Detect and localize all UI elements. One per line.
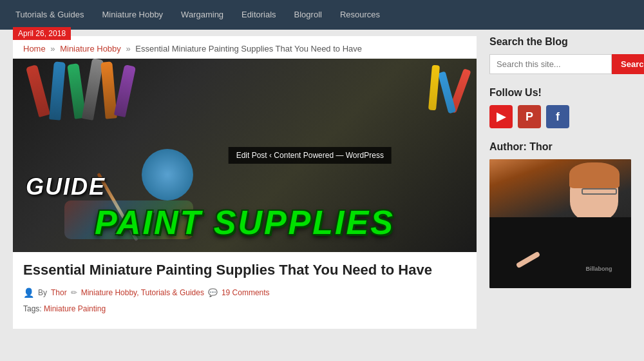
date-badge: April 26, 2018 [13,27,71,40]
breadcrumb-current: Essential Miniature Painting Supplies Th… [135,44,362,54]
search-section: Search the Blog Search [489,36,631,74]
social-icons: ▶ P f [489,105,631,128]
categories-link[interactable]: Miniature Hobby, Tutorials & Guides [81,288,204,297]
youtube-icon[interactable]: ▶ [489,105,513,128]
tag-miniature-painting[interactable]: Miniature Painting [44,304,106,313]
article-title: Essential Miniature Painting Supplies Th… [13,252,477,284]
search-heading: Search the Blog [489,36,631,48]
nav-miniature-hobby[interactable]: Miniature Hobby [93,0,172,30]
nav-editorials[interactable]: Editorials [232,0,285,30]
breadcrumb: Home » Miniature Hobby » Essential Minia… [13,36,477,59]
author-heading: Author: Thor [489,141,631,153]
tags-label: Tags: [23,304,42,313]
author-link[interactable]: Thor [51,288,67,297]
follow-us-section: Follow Us! ▶ P f [489,87,631,128]
nav-blogroll[interactable]: Blogroll [285,0,331,30]
guide-label: GUIDE [26,173,106,200]
breadcrumb-category[interactable]: Miniature Hobby [60,44,121,54]
paint-supplies-label: PAINT SUPPLIES [19,206,470,239]
article-tags: Tags: Miniature Painting [13,302,477,316]
nav-wargaming[interactable]: Wargaming [172,0,232,30]
nav-resources[interactable]: Resources [331,0,389,30]
edit-post-tooltip: Edit Post ‹ Content Powered — WordPress [229,147,392,164]
author-icon: 👤 [23,288,34,298]
by-label: By [38,288,47,297]
main-nav: Tutorials & Guides Miniature Hobby Warga… [0,0,644,30]
breadcrumb-sep1: » [50,44,55,54]
search-box: Search [489,54,631,74]
search-input[interactable] [489,54,612,74]
pen-icon: ✏ [71,288,77,297]
comment-icon: 💬 [208,288,218,297]
page-container: April 26, 2018 Home » Miniature Hobby » … [0,36,644,329]
facebook-icon[interactable]: f [546,105,569,128]
breadcrumb-home[interactable]: Home [23,44,46,54]
breadcrumb-sep2: » [126,44,130,54]
search-button[interactable]: Search [612,54,644,74]
author-section: Author: Thor Billabong [489,141,631,288]
sidebar: Search the Blog Search Follow Us! ▶ P f … [477,36,631,329]
featured-image: GUIDE PAINT SUPPLIES Edit Post ‹ Content… [13,59,477,252]
author-photo: Billabong [489,159,631,288]
follow-us-heading: Follow Us! [489,87,631,99]
nav-tutorials[interactable]: Tutorials & Guides [6,0,93,30]
main-content: April 26, 2018 Home » Miniature Hobby » … [13,36,477,329]
article-meta: 👤 By Thor ✏ Miniature Hobby, Tutorials &… [13,284,477,302]
pinterest-icon[interactable]: P [518,105,541,128]
comments-link[interactable]: 19 Comments [222,288,270,297]
